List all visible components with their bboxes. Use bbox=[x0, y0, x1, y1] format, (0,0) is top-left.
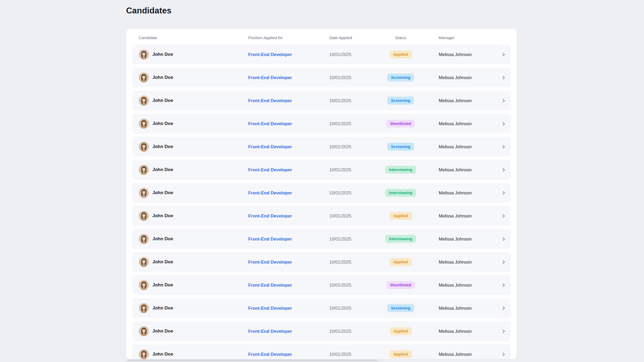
manager-name: Melissa Johnson bbox=[439, 167, 472, 172]
date-cell: 10/01/2025 bbox=[329, 190, 383, 195]
date-cell: 10/01/2025 bbox=[329, 75, 383, 80]
table-row[interactable]: John Doe Front-End Developer 10/01/2025 … bbox=[132, 275, 511, 295]
table-row[interactable]: John Doe Front-End Developer 10/01/2025 … bbox=[132, 298, 511, 318]
chevron-right-icon[interactable] bbox=[501, 283, 506, 287]
position-link[interactable]: Front-End Developer bbox=[248, 329, 292, 334]
position-link[interactable]: Front-End Developer bbox=[248, 213, 292, 219]
horizontal-scrollbar-thumb[interactable] bbox=[127, 360, 378, 362]
manager-cell: Melissa Johnson bbox=[439, 190, 491, 195]
table-row[interactable]: John Doe Front-End Developer 10/01/2025 … bbox=[132, 183, 511, 203]
status-cell: Applied bbox=[383, 212, 439, 220]
chevron-right-icon[interactable] bbox=[501, 237, 506, 241]
position-link[interactable]: Front-End Developer bbox=[248, 144, 292, 149]
chevron-cell bbox=[491, 213, 511, 218]
candidate-cell: John Doe bbox=[132, 234, 248, 244]
date-applied: 10/01/2025 bbox=[329, 167, 352, 172]
chevron-right-icon[interactable] bbox=[501, 306, 506, 311]
candidate-cell: John Doe bbox=[132, 188, 248, 198]
candidate-cell: John Doe bbox=[132, 257, 248, 267]
chevron-right-icon[interactable] bbox=[501, 75, 506, 80]
date-applied: 10/01/2025 bbox=[329, 213, 352, 219]
position-cell: Front-End Developer bbox=[248, 98, 329, 103]
candidate-name: John Doe bbox=[152, 236, 173, 242]
candidate-name: John Doe bbox=[152, 144, 173, 149]
manager-name: Melissa Johnson bbox=[439, 190, 472, 195]
status-badge: Interviewing bbox=[385, 166, 416, 174]
candidate-name: John Doe bbox=[152, 98, 173, 103]
candidate-cell: John Doe bbox=[132, 95, 248, 106]
position-link[interactable]: Front-End Developer bbox=[248, 167, 292, 172]
chevron-right-icon[interactable] bbox=[501, 52, 506, 57]
position-link[interactable]: Front-End Developer bbox=[248, 98, 292, 103]
position-link[interactable]: Front-End Developer bbox=[248, 352, 292, 357]
chevron-right-icon[interactable] bbox=[501, 167, 506, 172]
position-cell: Front-End Developer bbox=[248, 260, 329, 265]
date-cell: 10/01/2025 bbox=[329, 237, 383, 242]
date-applied: 10/01/2025 bbox=[329, 283, 352, 288]
position-link[interactable]: Front-End Developer bbox=[248, 306, 292, 311]
avatar bbox=[139, 165, 149, 175]
chevron-right-icon[interactable] bbox=[501, 329, 506, 334]
manager-cell: Melissa Johnson bbox=[439, 52, 491, 57]
chevron-cell bbox=[491, 283, 511, 287]
avatar bbox=[139, 211, 149, 221]
position-link[interactable]: Front-End Developer bbox=[248, 52, 292, 57]
candidate-name: John Doe bbox=[152, 190, 173, 195]
table-row[interactable]: John Doe Front-End Developer 10/01/2025 … bbox=[132, 344, 511, 359]
chevron-right-icon[interactable] bbox=[501, 98, 506, 103]
manager-cell: Melissa Johnson bbox=[439, 98, 491, 103]
table-row[interactable]: John Doe Front-End Developer 10/01/2025 … bbox=[132, 91, 511, 110]
position-link[interactable]: Front-End Developer bbox=[248, 283, 292, 288]
chevron-cell bbox=[491, 144, 511, 149]
manager-cell: Melissa Johnson bbox=[439, 283, 491, 288]
column-header-candidate: Candidate bbox=[132, 35, 248, 40]
table-row[interactable]: John Doe Front-End Developer 10/01/2025 … bbox=[132, 160, 511, 180]
table-row[interactable]: John Doe Front-End Developer 10/01/2025 … bbox=[132, 114, 511, 134]
chevron-right-icon[interactable] bbox=[501, 121, 506, 126]
table-row[interactable]: John Doe Front-End Developer 10/01/2025 … bbox=[132, 229, 511, 249]
position-cell: Front-End Developer bbox=[248, 75, 329, 80]
chevron-right-icon[interactable] bbox=[501, 213, 506, 218]
table-row[interactable]: John Doe Front-End Developer 10/01/2025 … bbox=[132, 137, 511, 157]
position-link[interactable]: Front-End Developer bbox=[248, 190, 292, 195]
candidate-cell: John Doe bbox=[132, 49, 248, 60]
status-cell: Screening bbox=[383, 73, 439, 82]
candidate-cell: John Doe bbox=[132, 349, 248, 359]
manager-cell: Melissa Johnson bbox=[439, 237, 491, 242]
chevron-cell bbox=[491, 190, 511, 195]
date-applied: 10/01/2025 bbox=[329, 306, 352, 311]
candidate-cell: John Doe bbox=[132, 119, 248, 129]
column-header-manager: Manager bbox=[439, 35, 491, 40]
date-applied: 10/01/2025 bbox=[329, 329, 352, 334]
table-row[interactable]: John Doe Front-End Developer 10/01/2025 … bbox=[132, 45, 511, 64]
status-badge: Screening bbox=[387, 304, 414, 312]
status-badge: Shortlisted bbox=[386, 281, 415, 289]
candidate-cell: John Doe bbox=[132, 280, 248, 290]
position-link[interactable]: Front-End Developer bbox=[248, 75, 292, 80]
chevron-right-icon[interactable] bbox=[501, 190, 506, 195]
position-link[interactable]: Front-End Developer bbox=[248, 260, 292, 265]
table-row[interactable]: John Doe Front-End Developer 10/01/2025 … bbox=[132, 321, 511, 341]
manager-cell: Melissa Johnson bbox=[439, 306, 491, 311]
position-cell: Front-End Developer bbox=[248, 329, 329, 334]
table-row[interactable]: John Doe Front-End Developer 10/01/2025 … bbox=[132, 252, 511, 272]
candidate-name: John Doe bbox=[152, 121, 173, 126]
status-cell: Applied bbox=[383, 50, 439, 59]
status-cell: Screening bbox=[383, 97, 439, 105]
table-row[interactable]: John Doe Front-End Developer 10/01/2025 … bbox=[132, 68, 511, 87]
manager-name: Melissa Johnson bbox=[439, 283, 472, 288]
table-row[interactable]: John Doe Front-End Developer 10/01/2025 … bbox=[132, 206, 511, 226]
chevron-right-icon[interactable] bbox=[501, 144, 506, 149]
manager-cell: Melissa Johnson bbox=[439, 329, 491, 334]
position-link[interactable]: Front-End Developer bbox=[248, 121, 292, 126]
position-link[interactable]: Front-End Developer bbox=[248, 237, 292, 242]
candidate-cell: John Doe bbox=[132, 72, 248, 83]
chevron-right-icon[interactable] bbox=[501, 260, 506, 264]
position-cell: Front-End Developer bbox=[248, 237, 329, 242]
date-applied: 10/01/2025 bbox=[329, 52, 352, 57]
manager-cell: Melissa Johnson bbox=[439, 75, 491, 80]
chevron-cell bbox=[491, 52, 511, 57]
avatar bbox=[139, 95, 149, 106]
chevron-right-icon[interactable] bbox=[501, 352, 506, 357]
manager-name: Melissa Johnson bbox=[439, 260, 472, 265]
